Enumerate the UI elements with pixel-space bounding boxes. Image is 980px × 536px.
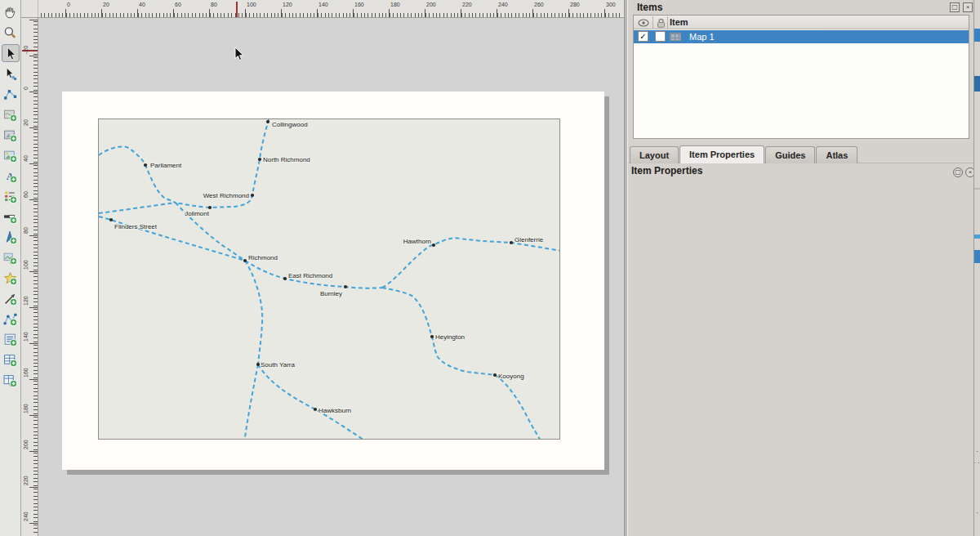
station-label: Hawksburn bbox=[318, 407, 351, 414]
add-shape-button[interactable] bbox=[2, 269, 20, 287]
ruler-cursor-marker-top bbox=[236, 2, 238, 17]
cursor-content-icon bbox=[3, 67, 17, 81]
rail-network-map: CollingwoodNorth RichmondParliamentWest … bbox=[99, 119, 560, 440]
pan-layout-tool[interactable] bbox=[2, 3, 20, 21]
add-node-item-button[interactable] bbox=[2, 310, 20, 328]
tab-item-properties[interactable]: Item Properties bbox=[679, 145, 764, 163]
right-edge-fragment: ay bbox=[974, 315, 980, 323]
station-label: South Yarra bbox=[261, 361, 296, 368]
ruler-left: -40-20020406080100120140160180200220240 bbox=[21, 18, 38, 536]
text-label-icon: A bbox=[3, 169, 17, 183]
add-label-button[interactable]: A bbox=[2, 167, 20, 185]
layout-canvas[interactable]: CollingwoodNorth RichmondParliamentWest … bbox=[38, 18, 624, 536]
add-arrow-button[interactable] bbox=[2, 289, 20, 307]
map-icon bbox=[3, 108, 17, 122]
node-item-icon bbox=[3, 312, 17, 326]
items-close-button[interactable]: × bbox=[963, 2, 973, 12]
items-list: Item ✓ Map 1 bbox=[633, 15, 969, 139]
star-icon bbox=[3, 271, 17, 285]
map-item-frame[interactable]: CollingwoodNorth RichmondParliamentWest … bbox=[98, 118, 560, 440]
add-fixed-table-button[interactable] bbox=[2, 371, 20, 389]
select-move-item-tool[interactable] bbox=[2, 44, 20, 62]
station-dot bbox=[314, 408, 317, 411]
right-edge-fragment bbox=[974, 76, 980, 92]
tab-atlas[interactable]: Atlas bbox=[816, 146, 858, 163]
north-arrow-icon bbox=[3, 230, 17, 244]
ruler-top: 0204060801001201401601802002202402602803… bbox=[38, 0, 624, 18]
station-dot bbox=[243, 259, 247, 262]
station-label: Glenferrie bbox=[514, 236, 544, 243]
item-column-header: Item bbox=[670, 17, 688, 27]
map1-item-label: Map 1 bbox=[689, 32, 715, 42]
add-html-button[interactable] bbox=[2, 330, 20, 348]
station-label: Jolimont bbox=[185, 210, 210, 217]
tab-layout[interactable]: Layout bbox=[630, 146, 679, 163]
right-edge-fragment bbox=[974, 234, 980, 239]
html-frame-icon bbox=[3, 333, 17, 346]
station-dot bbox=[144, 163, 147, 167]
dock-tabbar: Layout Item Properties Guides Atlas bbox=[630, 145, 858, 163]
items-row-map1[interactable]: ✓ Map 1 bbox=[634, 30, 969, 43]
right-edge-fragment: id bbox=[974, 455, 980, 463]
arrow-icon bbox=[3, 292, 17, 306]
zoom-tool[interactable] bbox=[2, 24, 20, 42]
station-label: East Richmond bbox=[288, 272, 332, 279]
table-icon bbox=[3, 353, 17, 367]
rail-line bbox=[382, 238, 560, 288]
items-float-button[interactable]: ▢ bbox=[950, 2, 960, 12]
table-pencil-icon bbox=[3, 373, 17, 387]
station-label: Collingwood bbox=[272, 121, 308, 128]
station-label: Flinders Street bbox=[114, 223, 158, 230]
right-edge-fragment: --- bbox=[974, 486, 980, 491]
rail-line bbox=[244, 364, 258, 440]
item-properties-float-button[interactable]: ▢ bbox=[953, 168, 963, 177]
right-edge-fragment: - - bbox=[974, 398, 980, 403]
legend-icon bbox=[3, 190, 17, 203]
rail-line bbox=[258, 364, 368, 440]
station-dot bbox=[266, 120, 270, 123]
lock-column-lock-icon bbox=[657, 18, 666, 28]
add-map-button[interactable] bbox=[2, 105, 20, 123]
station-dot bbox=[493, 373, 497, 377]
right-dock-panel: Items ▢ × Item ✓ bbox=[627, 0, 973, 536]
station-dot bbox=[430, 335, 434, 338]
scalebar-icon bbox=[3, 210, 17, 224]
station-dot bbox=[258, 158, 261, 161]
picture-pencil-icon bbox=[3, 251, 17, 265]
visibility-column-eye-icon bbox=[638, 19, 649, 27]
rail-line bbox=[382, 288, 541, 440]
station-dot bbox=[510, 241, 513, 244]
add-north-arrow-button[interactable] bbox=[2, 228, 20, 246]
right-edge-fragment bbox=[974, 188, 980, 190]
add-legend-button[interactable] bbox=[2, 187, 20, 205]
items-panel-title: Items bbox=[637, 2, 662, 13]
station-dot bbox=[283, 277, 287, 280]
right-edge-fragment bbox=[974, 29, 980, 42]
rail-line bbox=[245, 261, 262, 364]
rail-line bbox=[99, 146, 176, 203]
rail-line bbox=[99, 203, 176, 213]
station-dot bbox=[208, 206, 212, 209]
add-3d-map-button[interactable] bbox=[2, 126, 20, 144]
add-marker-button[interactable] bbox=[2, 248, 20, 266]
move-item-content-tool[interactable] bbox=[2, 65, 20, 83]
map-3d-icon bbox=[3, 128, 17, 142]
tab-guides[interactable]: Guides bbox=[765, 146, 815, 163]
add-scalebar-button[interactable] bbox=[2, 208, 20, 226]
map1-lock-checkbox[interactable] bbox=[655, 31, 666, 42]
adjacent-window-edge: ay--ed- -did---d bbox=[973, 0, 980, 536]
station-label: Heyington bbox=[435, 333, 465, 341]
layout-designer-window: A 02040608010012014016018020022024026028… bbox=[0, 0, 980, 536]
cursor-icon bbox=[3, 47, 17, 60]
right-edge-fragment: d bbox=[974, 444, 980, 452]
add-picture-button[interactable] bbox=[2, 146, 20, 164]
station-dot bbox=[251, 194, 254, 197]
add-attribute-table-button[interactable] bbox=[2, 351, 20, 368]
right-edge-fragment: -- bbox=[974, 345, 980, 350]
station-label: Richmond bbox=[248, 254, 278, 261]
map1-visibility-checkbox[interactable]: ✓ bbox=[638, 31, 648, 42]
station-label: North Richmond bbox=[263, 156, 310, 163]
edit-nodes-item-tool[interactable] bbox=[2, 85, 20, 103]
items-panel-titlebar: Items ▢ × bbox=[628, 0, 974, 15]
nodes-icon bbox=[3, 87, 17, 101]
